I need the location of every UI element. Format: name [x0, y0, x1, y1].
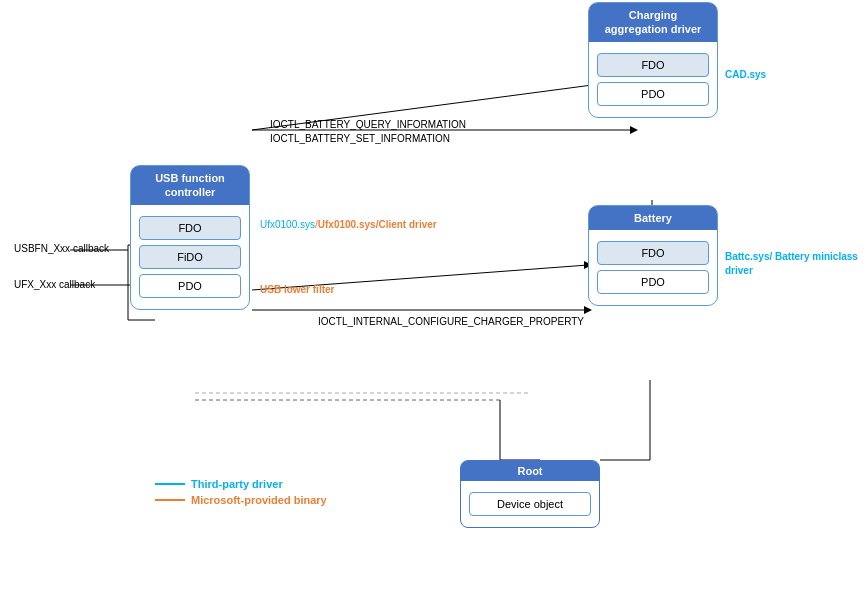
cad-sys-label: CAD.sys — [725, 68, 766, 82]
charging-fdo-box: FDO — [597, 53, 709, 77]
usb-lower-filter-label: USB lower filter — [260, 283, 334, 297]
ufx-callback-label: UFX_Xxx callback — [14, 278, 95, 292]
legend: Third-party driver Microsoft-provided bi… — [155, 478, 327, 510]
usbfn-callback-label: USBFN_Xxx callback — [14, 242, 109, 256]
battery-pdo-box: PDO — [597, 270, 709, 294]
battc-sys-label: Battc.sys/ Battery miniclass driver — [725, 250, 864, 278]
svg-marker-1 — [630, 126, 638, 134]
charging-pdo-box: PDO — [597, 82, 709, 106]
ufx-sys-label: Ufx0100.sys/Ufx0100.sys/Client driver — [260, 218, 437, 232]
ms-provided-legend-line — [155, 499, 185, 501]
third-party-legend-line — [155, 483, 185, 485]
root-header: Root — [461, 461, 599, 481]
battery-header: Battery — [589, 206, 717, 230]
charging-driver-box: Charging aggregation driver FDO PDO — [588, 2, 718, 118]
battery-body: FDO PDO — [589, 230, 717, 305]
third-party-legend: Third-party driver — [155, 478, 327, 490]
usb-pdo-box: PDO — [139, 274, 241, 298]
ioctl-charger-label: IOCTL_INTERNAL_CONFIGURE_CHARGER_PROPERT… — [318, 315, 584, 329]
usb-fido-box: FiDO — [139, 245, 241, 269]
battery-fdo-box: FDO — [597, 241, 709, 265]
usb-controller-header: USB function controller — [131, 166, 249, 205]
diagram-container: Charging aggregation driver FDO PDO CAD.… — [0, 0, 864, 600]
charging-driver-header: Charging aggregation driver — [589, 3, 717, 42]
root-device-object-box: Device object — [469, 492, 591, 516]
charging-driver-body: FDO PDO — [589, 42, 717, 117]
ms-provided-legend: Microsoft-provided binary — [155, 494, 327, 506]
usb-controller-box: USB function controller FDO FiDO PDO — [130, 165, 250, 310]
battery-box: Battery FDO PDO — [588, 205, 718, 306]
svg-marker-7 — [584, 306, 592, 314]
root-box: Root Device object — [460, 460, 600, 528]
usb-controller-body: FDO FiDO PDO — [131, 205, 249, 309]
ioctl-query-label: IOCTL_BATTERY_QUERY_INFORMATION IOCTL_BA… — [270, 118, 466, 146]
root-body: Device object — [461, 481, 599, 527]
usb-fdo-box: FDO — [139, 216, 241, 240]
